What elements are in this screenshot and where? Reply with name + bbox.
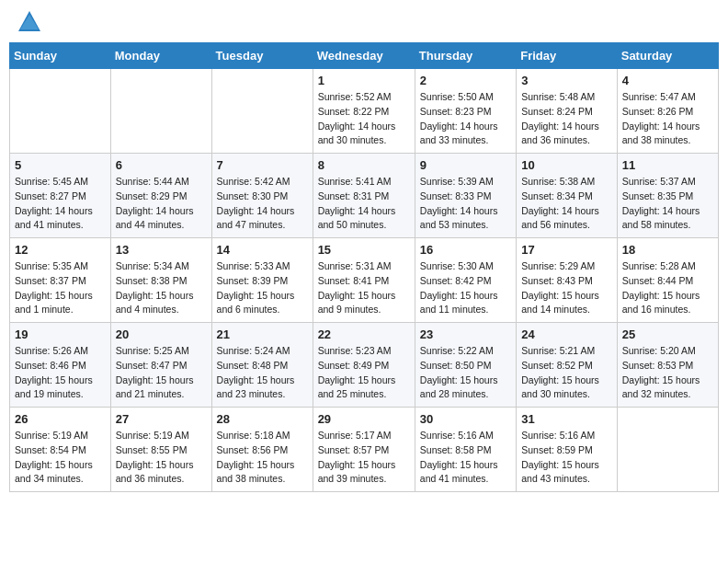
calendar-day-6: 6Sunrise: 5:44 AMSunset: 8:29 PMDaylight… — [110, 154, 211, 238]
day-info: Sunrise: 5:25 AMSunset: 8:47 PMDaylight:… — [116, 344, 207, 402]
day-number: 19 — [15, 327, 106, 341]
day-number: 31 — [521, 412, 612, 426]
calendar-day-1: 1Sunrise: 5:52 AMSunset: 8:22 PMDaylight… — [313, 69, 415, 154]
day-number: 16 — [420, 243, 511, 257]
day-number: 9 — [420, 158, 511, 172]
calendar-day-23: 23Sunrise: 5:22 AMSunset: 8:50 PMDayligh… — [415, 323, 516, 408]
day-info: Sunrise: 5:19 AMSunset: 8:54 PMDaylight:… — [15, 429, 106, 487]
day-info: Sunrise: 5:17 AMSunset: 8:57 PMDaylight:… — [318, 429, 410, 487]
day-info: Sunrise: 5:22 AMSunset: 8:50 PMDaylight:… — [420, 344, 511, 402]
day-number: 12 — [15, 243, 106, 257]
calendar-day-19: 19Sunrise: 5:26 AMSunset: 8:46 PMDayligh… — [10, 323, 111, 408]
day-number: 8 — [318, 158, 410, 172]
logo — [13, 9, 42, 35]
calendar-day-28: 28Sunrise: 5:18 AMSunset: 8:56 PMDayligh… — [211, 408, 313, 492]
day-number: 27 — [116, 412, 207, 426]
day-number: 18 — [622, 243, 713, 257]
weekday-header-sunday: Sunday — [10, 43, 111, 69]
day-number: 26 — [15, 412, 106, 426]
calendar-empty-cell — [617, 408, 718, 492]
day-number: 25 — [622, 327, 713, 341]
weekday-header-tuesday: Tuesday — [211, 43, 313, 69]
day-info: Sunrise: 5:28 AMSunset: 8:44 PMDaylight:… — [622, 259, 713, 317]
day-info: Sunrise: 5:16 AMSunset: 8:58 PMDaylight:… — [420, 429, 511, 487]
calendar-week-row: 19Sunrise: 5:26 AMSunset: 8:46 PMDayligh… — [10, 323, 719, 408]
calendar-week-row: 26Sunrise: 5:19 AMSunset: 8:54 PMDayligh… — [10, 408, 719, 492]
day-info: Sunrise: 5:45 AMSunset: 8:27 PMDaylight:… — [15, 175, 106, 233]
calendar-week-row: 5Sunrise: 5:45 AMSunset: 8:27 PMDaylight… — [10, 154, 719, 238]
calendar-day-31: 31Sunrise: 5:16 AMSunset: 8:59 PMDayligh… — [517, 408, 618, 492]
day-number: 4 — [622, 74, 713, 87]
weekday-header-wednesday: Wednesday — [313, 43, 415, 69]
day-number: 24 — [521, 327, 612, 341]
weekday-header-row: SundayMondayTuesdayWednesdayThursdayFrid… — [10, 43, 719, 69]
day-number: 3 — [521, 74, 612, 87]
day-number: 13 — [116, 243, 207, 257]
calendar-day-12: 12Sunrise: 5:35 AMSunset: 8:37 PMDayligh… — [10, 238, 111, 323]
day-info: Sunrise: 5:26 AMSunset: 8:46 PMDaylight:… — [15, 344, 106, 402]
calendar-day-27: 27Sunrise: 5:19 AMSunset: 8:55 PMDayligh… — [110, 408, 211, 492]
calendar-day-21: 21Sunrise: 5:24 AMSunset: 8:48 PMDayligh… — [211, 323, 313, 408]
day-number: 23 — [420, 327, 511, 341]
calendar-day-7: 7Sunrise: 5:42 AMSunset: 8:30 PMDaylight… — [211, 154, 313, 238]
day-number: 6 — [116, 158, 207, 172]
svg-marker-1 — [20, 15, 39, 29]
day-info: Sunrise: 5:29 AMSunset: 8:43 PMDaylight:… — [521, 259, 612, 317]
weekday-header-friday: Friday — [517, 43, 618, 69]
calendar-day-8: 8Sunrise: 5:41 AMSunset: 8:31 PMDaylight… — [313, 154, 415, 238]
day-info: Sunrise: 5:41 AMSunset: 8:31 PMDaylight:… — [318, 175, 410, 233]
weekday-header-saturday: Saturday — [617, 43, 718, 69]
day-number: 2 — [420, 74, 511, 87]
day-number: 30 — [420, 412, 511, 426]
day-info: Sunrise: 5:47 AMSunset: 8:26 PMDaylight:… — [622, 90, 713, 148]
calendar-week-row: 12Sunrise: 5:35 AMSunset: 8:37 PMDayligh… — [10, 238, 719, 323]
calendar-week-row: 1Sunrise: 5:52 AMSunset: 8:22 PMDaylight… — [10, 69, 719, 154]
day-number: 14 — [217, 243, 308, 257]
calendar-day-10: 10Sunrise: 5:38 AMSunset: 8:34 PMDayligh… — [517, 154, 618, 238]
day-info: Sunrise: 5:37 AMSunset: 8:35 PMDaylight:… — [622, 175, 713, 233]
day-number: 17 — [521, 243, 612, 257]
logo-icon — [17, 9, 42, 35]
day-number: 11 — [622, 158, 713, 172]
calendar-empty-cell — [110, 69, 211, 154]
calendar-day-4: 4Sunrise: 5:47 AMSunset: 8:26 PMDaylight… — [617, 69, 718, 154]
calendar-day-9: 9Sunrise: 5:39 AMSunset: 8:33 PMDaylight… — [415, 154, 516, 238]
day-info: Sunrise: 5:42 AMSunset: 8:30 PMDaylight:… — [217, 175, 308, 233]
day-number: 5 — [15, 158, 106, 172]
calendar-day-2: 2Sunrise: 5:50 AMSunset: 8:23 PMDaylight… — [415, 69, 516, 154]
day-info: Sunrise: 5:44 AMSunset: 8:29 PMDaylight:… — [116, 175, 207, 233]
day-info: Sunrise: 5:35 AMSunset: 8:37 PMDaylight:… — [15, 259, 106, 317]
calendar-table: SundayMondayTuesdayWednesdayThursdayFrid… — [9, 42, 719, 492]
day-info: Sunrise: 5:21 AMSunset: 8:52 PMDaylight:… — [521, 344, 612, 402]
day-info: Sunrise: 5:23 AMSunset: 8:49 PMDaylight:… — [318, 344, 410, 402]
calendar-day-30: 30Sunrise: 5:16 AMSunset: 8:58 PMDayligh… — [415, 408, 516, 492]
day-number: 21 — [217, 327, 308, 341]
day-info: Sunrise: 5:50 AMSunset: 8:23 PMDaylight:… — [420, 90, 511, 148]
day-number: 28 — [217, 412, 308, 426]
calendar-day-20: 20Sunrise: 5:25 AMSunset: 8:47 PMDayligh… — [110, 323, 211, 408]
calendar-day-17: 17Sunrise: 5:29 AMSunset: 8:43 PMDayligh… — [517, 238, 618, 323]
calendar-empty-cell — [211, 69, 313, 154]
day-info: Sunrise: 5:24 AMSunset: 8:48 PMDaylight:… — [217, 344, 308, 402]
calendar-day-5: 5Sunrise: 5:45 AMSunset: 8:27 PMDaylight… — [10, 154, 111, 238]
day-number: 10 — [521, 158, 612, 172]
calendar-day-22: 22Sunrise: 5:23 AMSunset: 8:49 PMDayligh… — [313, 323, 415, 408]
day-info: Sunrise: 5:48 AMSunset: 8:24 PMDaylight:… — [521, 90, 612, 148]
day-info: Sunrise: 5:39 AMSunset: 8:33 PMDaylight:… — [420, 175, 511, 233]
calendar-day-18: 18Sunrise: 5:28 AMSunset: 8:44 PMDayligh… — [617, 238, 718, 323]
calendar-day-11: 11Sunrise: 5:37 AMSunset: 8:35 PMDayligh… — [617, 154, 718, 238]
day-info: Sunrise: 5:34 AMSunset: 8:38 PMDaylight:… — [116, 259, 207, 317]
calendar-day-25: 25Sunrise: 5:20 AMSunset: 8:53 PMDayligh… — [617, 323, 718, 408]
calendar-day-29: 29Sunrise: 5:17 AMSunset: 8:57 PMDayligh… — [313, 408, 415, 492]
calendar-day-13: 13Sunrise: 5:34 AMSunset: 8:38 PMDayligh… — [110, 238, 211, 323]
day-number: 22 — [318, 327, 410, 341]
calendar-empty-cell — [10, 69, 111, 154]
day-number: 15 — [318, 243, 410, 257]
day-info: Sunrise: 5:16 AMSunset: 8:59 PMDaylight:… — [521, 429, 612, 487]
day-number: 29 — [318, 412, 410, 426]
weekday-header-monday: Monday — [110, 43, 211, 69]
weekday-header-thursday: Thursday — [415, 43, 516, 69]
calendar-day-15: 15Sunrise: 5:31 AMSunset: 8:41 PMDayligh… — [313, 238, 415, 323]
day-info: Sunrise: 5:18 AMSunset: 8:56 PMDaylight:… — [217, 429, 308, 487]
day-info: Sunrise: 5:38 AMSunset: 8:34 PMDaylight:… — [521, 175, 612, 233]
